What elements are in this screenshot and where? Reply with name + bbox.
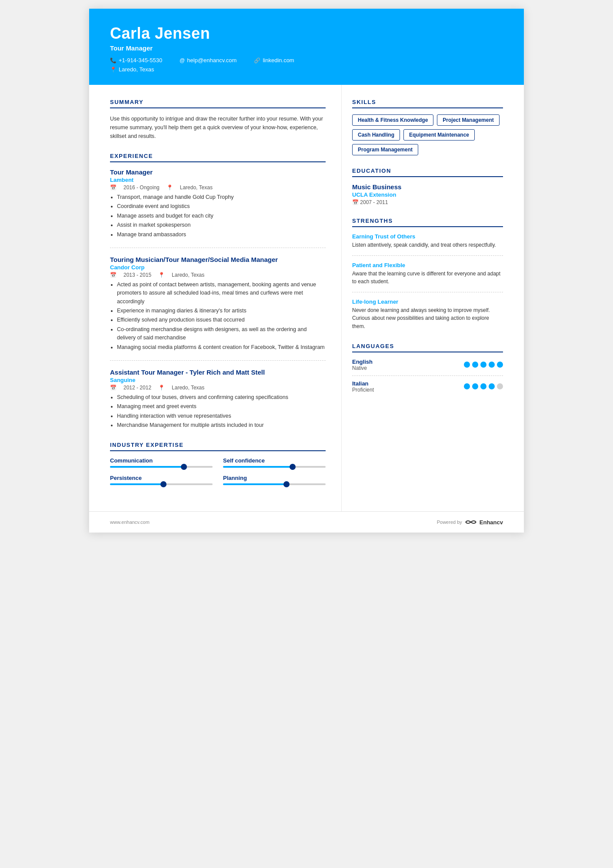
expertise-bar-dot bbox=[181, 464, 187, 470]
exp-bullet: Scheduling of tour buses, drivers and co… bbox=[117, 393, 326, 402]
skill-tag: Cash Handling bbox=[352, 129, 400, 141]
exp-bullet: Experience in managing diaries & itinera… bbox=[117, 307, 326, 315]
exp-role: Touring Musician/Tour Manager/Social Med… bbox=[110, 256, 326, 263]
lang-dot bbox=[480, 362, 486, 368]
exp-meta: 📅 2013 - 2015 📍 Laredo, Texas bbox=[110, 272, 326, 278]
email-address: help@enhancv.com bbox=[187, 57, 237, 64]
exp-bullet: Coordinate event and logistics bbox=[117, 202, 326, 211]
summary-title: SUMMARY bbox=[110, 99, 326, 108]
strength-title: Life-long Learner bbox=[352, 298, 503, 305]
phone-icon: 📞 bbox=[110, 57, 117, 64]
lang-dot bbox=[489, 362, 495, 368]
language-item: Italian Proficient bbox=[352, 380, 503, 393]
email-contact: @ help@enhancv.com bbox=[180, 57, 237, 64]
expertise-item: Communication bbox=[110, 457, 213, 468]
left-column: SUMMARY Use this opportunity to intrigue… bbox=[89, 85, 341, 511]
expertise-bar-bg bbox=[110, 483, 213, 485]
skill-tag: Project Management bbox=[437, 114, 499, 126]
experience-item: Assistant Tour Manager - Tyler Rich and … bbox=[110, 369, 326, 430]
lang-level: Proficient bbox=[352, 387, 374, 393]
location-icon: 📍 bbox=[110, 67, 117, 73]
expertise-bar-fill bbox=[223, 483, 287, 485]
exp-bullet: Merchandise Management for multiple arti… bbox=[117, 421, 326, 429]
lang-dot bbox=[480, 383, 486, 389]
exp-meta: 📅 2016 - Ongoing 📍 Laredo, Texas bbox=[110, 184, 326, 191]
experience-item: Tour Manager Lambent 📅 2016 - Ongoing 📍 … bbox=[110, 168, 326, 248]
calendar-icon: 📅 bbox=[352, 199, 359, 205]
experience-item: Touring Musician/Tour Manager/Social Med… bbox=[110, 256, 326, 361]
candidate-name: Carla Jensen bbox=[110, 24, 503, 43]
skill-tag: Health & Fitness Knowledge bbox=[352, 114, 433, 126]
expertise-label: Self confidence bbox=[223, 457, 326, 464]
expertise-title: INDUSTRY EXPERTISE bbox=[110, 442, 326, 451]
expertise-bar-bg bbox=[110, 466, 213, 468]
calendar-icon: 📅 bbox=[110, 385, 117, 391]
expertise-bar-bg bbox=[223, 466, 326, 468]
skill-tag: Equipment Maintenance bbox=[403, 129, 475, 141]
summary-section: SUMMARY Use this opportunity to intrigue… bbox=[110, 99, 326, 141]
exp-bullet: Efficiently solved any production issues… bbox=[117, 316, 326, 324]
exp-years: 2013 - 2015 bbox=[123, 272, 151, 278]
edu-year: 📅 2007 - 2011 bbox=[352, 199, 503, 205]
link-icon: 🔗 bbox=[254, 57, 260, 64]
expertise-item: Planning bbox=[223, 475, 326, 485]
exp-company: Sanguine bbox=[110, 377, 326, 383]
exp-bullet: Manage assets and budget for each city bbox=[117, 212, 326, 220]
location-text: Laredo, Texas bbox=[119, 66, 154, 73]
exp-bullet: Managing meet and greet events bbox=[117, 402, 326, 411]
expertise-bar-bg bbox=[223, 483, 326, 485]
exp-company: Lambent bbox=[110, 177, 326, 183]
resume-page: Carla Jensen Tour Manager 📞 +1-914-345-5… bbox=[89, 9, 524, 533]
location-contact: 📍 Laredo, Texas bbox=[110, 66, 154, 73]
exp-role: Tour Manager bbox=[110, 168, 326, 176]
phone-contact: 📞 +1-914-345-5530 bbox=[110, 57, 162, 64]
lang-dot bbox=[464, 362, 470, 368]
calendar-icon: 📅 bbox=[110, 272, 117, 278]
exp-bullet: Handling interaction with venue represen… bbox=[117, 412, 326, 420]
expertise-bar-fill bbox=[110, 466, 184, 468]
expertise-item: Persistence bbox=[110, 475, 213, 485]
footer: www.enhancv.com Powered by Enhancv bbox=[89, 511, 524, 533]
strength-text: Aware that the learning curve is differe… bbox=[352, 270, 503, 286]
expertise-bar-fill bbox=[110, 483, 163, 485]
strength-text: Never done learning and always seeking t… bbox=[352, 306, 503, 331]
calendar-icon: 📅 bbox=[110, 184, 117, 191]
expertise-grid: Communication Self confidence Persistenc… bbox=[110, 457, 326, 485]
exp-bullet: Managing social media platforms & conten… bbox=[117, 343, 326, 352]
header: Carla Jensen Tour Manager 📞 +1-914-345-5… bbox=[89, 9, 524, 85]
right-column: SKILLS Health & Fitness KnowledgeProject… bbox=[341, 85, 524, 511]
lang-dot bbox=[497, 362, 503, 368]
lang-info: Italian Proficient bbox=[352, 380, 374, 393]
edu-degree: Music Business bbox=[352, 183, 503, 191]
expertise-item: Self confidence bbox=[223, 457, 326, 468]
linkedin-url: linkedin.com bbox=[263, 57, 294, 64]
exp-bullet: Transport, manage and handle Gold Cup Tr… bbox=[117, 193, 326, 201]
strength-title: Patient and Flexible bbox=[352, 262, 503, 268]
strengths-section: STRENGTHS Earning Trust of Others Listen… bbox=[352, 218, 503, 331]
header-contacts: 📞 +1-914-345-5530 @ help@enhancv.com 🔗 l… bbox=[110, 57, 503, 64]
expertise-bar-dot bbox=[283, 481, 290, 487]
skills-tags: Health & Fitness KnowledgeProject Manage… bbox=[352, 114, 503, 155]
expertise-bar-dot bbox=[160, 481, 167, 487]
expertise-bar-dot bbox=[290, 464, 296, 470]
exp-bullets: Acted as point of contact between artist… bbox=[110, 281, 326, 352]
footer-url: www.enhancv.com bbox=[110, 519, 150, 525]
expertise-label: Planning bbox=[223, 475, 326, 481]
experience-section: EXPERIENCE Tour Manager Lambent 📅 2016 -… bbox=[110, 153, 326, 429]
resume-body: SUMMARY Use this opportunity to intrigue… bbox=[89, 85, 524, 511]
summary-text: Use this opportunity to intrigue and dra… bbox=[110, 114, 326, 141]
languages-section: LANGUAGES English Native Italian Profici… bbox=[352, 343, 503, 393]
exp-years: 2016 - Ongoing bbox=[123, 184, 160, 191]
exp-location: Laredo, Texas bbox=[172, 385, 204, 391]
brand-name: Enhancv bbox=[480, 519, 503, 526]
exp-location: Laredo, Texas bbox=[172, 272, 204, 278]
exp-years: 2012 - 2012 bbox=[123, 385, 151, 391]
lang-name: English bbox=[352, 359, 373, 365]
lang-dot bbox=[472, 362, 478, 368]
exp-bullet: Acted as point of contact between artist… bbox=[117, 281, 326, 306]
phone-number: +1-914-345-5530 bbox=[119, 57, 162, 64]
location-icon-exp: 📍 bbox=[167, 184, 173, 191]
powered-by-label: Powered by bbox=[437, 519, 462, 525]
lang-dot bbox=[489, 383, 495, 389]
education-title: EDUCATION bbox=[352, 168, 503, 177]
